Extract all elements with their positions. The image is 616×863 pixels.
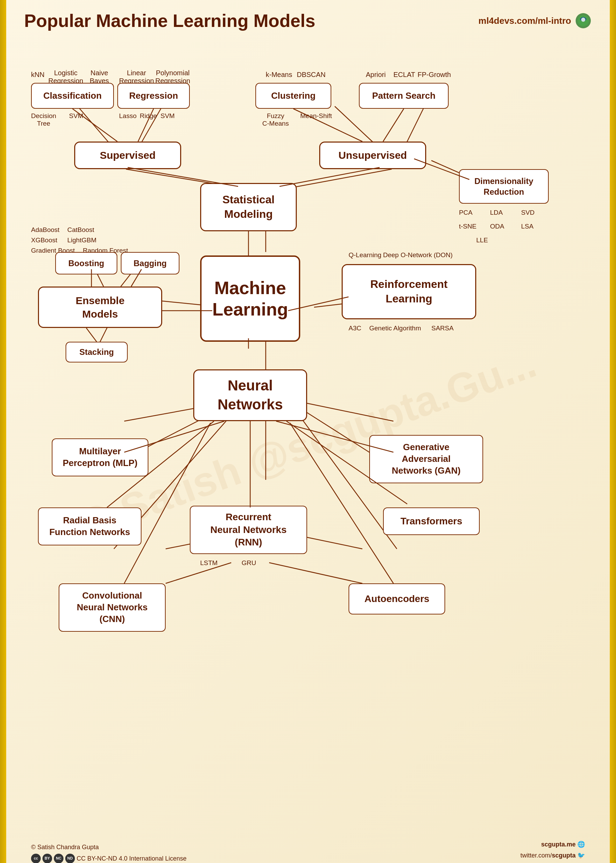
- footer-right: scgupta.me 🌐 twitter.com/scgupta 🐦 linke…: [509, 839, 585, 863]
- label-svm2: SVM: [160, 112, 174, 120]
- rbfn-node: Radial BasisFunction Networks: [38, 508, 141, 545]
- label-eclat: ECLAT: [393, 71, 415, 79]
- unsupervised-node: Unsupervised: [319, 141, 426, 169]
- logo-icon: [575, 12, 592, 29]
- stacking-node: Stacking: [66, 342, 128, 363]
- linkedin-link: linkedin.com/in/scgupta 💼: [509, 861, 585, 863]
- svg-line-39: [86, 328, 97, 342]
- page-container: © Satish @scgupta.Gu... Popular Machine …: [0, 0, 616, 863]
- label-genetic-algorithm: Genetic Algorithm: [369, 324, 421, 332]
- nc-icon: NC: [54, 854, 63, 863]
- svg-line-29: [383, 109, 404, 141]
- gan-node: GenerativeAdversarialNetworks (GAN): [369, 435, 483, 483]
- label-svd: SVD: [521, 209, 534, 217]
- label-sarsa: SARSA: [431, 324, 453, 332]
- website1: scgupta.me 🌐: [509, 839, 585, 850]
- website-label: ml4devs.com/ml-intro: [478, 12, 592, 29]
- header: Popular Machine Learning Models ml4devs.…: [17, 10, 599, 31]
- label-decision-tree: DecisionTree: [31, 112, 56, 127]
- copyright-text: © Satish Chandra Gupta: [31, 842, 186, 852]
- label-lsa: LSA: [521, 223, 534, 230]
- svg-line-47: [166, 563, 231, 583]
- mlp-node: MultilayerPerceptron (MLP): [52, 439, 148, 476]
- reinforcement-learning-node: ReinforcementLearning: [342, 264, 476, 319]
- cc-icons: cc BY NC ND CC BY-NC-ND 4.0 Internationa…: [31, 854, 186, 863]
- regression-node: Regression: [117, 83, 190, 109]
- classification-node: Classification: [31, 83, 114, 109]
- svg-point-2: [581, 17, 585, 22]
- label-mean-shift: Mean-Shift: [300, 112, 332, 120]
- autoencoders-node: Autoencoders: [349, 583, 445, 615]
- label-pca: PCA: [459, 209, 473, 217]
- label-adaboost: AdaBoost: [31, 226, 59, 234]
- cnn-node: ConvolutionalNeural Networks(CNN): [59, 583, 166, 632]
- twitter-link: twitter.com/scgupta 🐦: [509, 850, 585, 861]
- cc-icon: cc: [31, 854, 41, 863]
- label-ridge: Ridge: [140, 112, 157, 120]
- diagram: kNN LogisticRegression NaiveBayes Linear…: [17, 38, 599, 832]
- label-a3c: A3C: [349, 324, 361, 332]
- label-svm1: SVM: [69, 112, 83, 120]
- label-fuzzy-cmeans: FuzzyC-Means: [262, 112, 289, 127]
- label-xgboost: XGBoost: [31, 236, 57, 244]
- svg-line-48: [269, 563, 362, 583]
- label-oda: ODA: [490, 223, 504, 230]
- label-lstm: LSTM: [200, 559, 218, 567]
- svg-line-31: [280, 167, 380, 186]
- by-icon: BY: [42, 854, 52, 863]
- footer-left: © Satish Chandra Gupta cc BY NC ND CC BY…: [31, 842, 186, 863]
- footer: © Satish Chandra Gupta cc BY NC ND CC BY…: [17, 835, 599, 863]
- label-gru: GRU: [242, 559, 256, 567]
- bagging-node: Bagging: [121, 252, 179, 274]
- neural-networks-node: NeuralNetworks: [193, 369, 307, 421]
- boosting-node: Boosting: [55, 252, 117, 274]
- rnn-node: RecurrentNeural Networks(RNN): [190, 506, 307, 554]
- label-kmeans: k-Means: [266, 71, 292, 79]
- license-text: CC BY-NC-ND 4.0 International License: [77, 854, 186, 863]
- page-title: Popular Machine Learning Models: [24, 10, 316, 31]
- transformers-node: Transformers: [383, 508, 480, 535]
- label-lightgbm: LightGBM: [67, 236, 96, 244]
- supervised-node: Supervised: [74, 141, 181, 169]
- label-lle: LLE: [476, 236, 488, 244]
- pattern-search-node: Pattern Search: [359, 83, 449, 109]
- dimensionality-reduction-node: DimensionalityReduction: [459, 169, 549, 204]
- label-lda: LDA: [490, 209, 503, 217]
- label-lasso: Lasso: [119, 112, 137, 120]
- label-apriori: Apriori: [366, 71, 386, 79]
- clustering-node: Clustering: [255, 83, 331, 109]
- label-catboost: CatBoost: [67, 226, 94, 234]
- label-knn: kNN: [31, 71, 44, 79]
- label-q-learning: Q-Learning: [349, 251, 381, 259]
- label-t-sne: t-SNE: [459, 223, 476, 230]
- svg-line-18: [293, 401, 393, 421]
- label-fp-growth: FP-Growth: [418, 71, 451, 79]
- label-dbscan: DBSCAN: [297, 71, 325, 79]
- label-don: Deep O-Network (DON): [383, 251, 453, 259]
- machine-learning-node: MachineLearning: [200, 255, 300, 342]
- ensemble-models-node: EnsembleModels: [38, 286, 162, 328]
- nd-icon: ND: [65, 854, 75, 863]
- statistical-modeling-node: StatisticalModeling: [200, 183, 297, 231]
